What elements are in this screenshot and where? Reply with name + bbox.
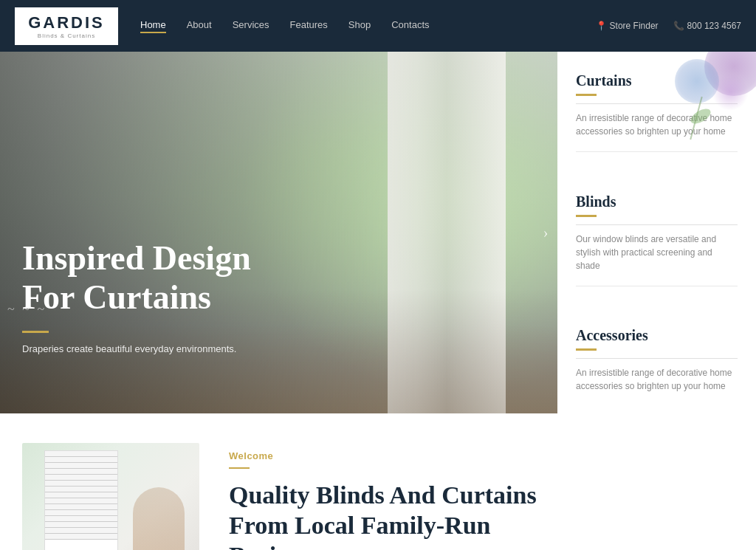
welcome-label: Welcome [229, 450, 734, 461]
hero-title: Inspired Design For Curtains [22, 239, 251, 317]
accessories-text: An irresistible range of decorative home… [576, 366, 738, 393]
phone-number[interactable]: 📞 800 123 4567 [673, 21, 741, 31]
phone-icon: 📞 [673, 21, 684, 31]
blinds-text: Our window blinds are versatile and styl… [576, 233, 738, 272]
nav-shop[interactable]: Shop [348, 19, 371, 33]
bottom-image [22, 443, 199, 550]
category-accessories: Accessories An irresistible range of dec… [576, 314, 738, 406]
accessories-title: Accessories [576, 327, 738, 344]
accessories-underline [576, 348, 597, 351]
store-finder[interactable]: 📍 Store Finder [596, 21, 659, 31]
person-silhouette [133, 487, 185, 550]
welcome-title-line1: Quality Blinds And Curtains [229, 481, 537, 509]
brand-subtitle: Blinds & Curtains [38, 32, 95, 39]
nav-home[interactable]: Home [140, 19, 166, 33]
nav-features[interactable]: Features [290, 19, 328, 33]
logo[interactable]: GARDIS Blinds & Curtains [15, 7, 118, 45]
bottom-section: Welcome Quality Blinds And Curtains From… [0, 413, 756, 550]
welcome-underline [229, 467, 250, 469]
bottom-text: Welcome Quality Blinds And Curtains From… [229, 443, 734, 550]
phone-text: 800 123 4567 [687, 21, 741, 31]
blinds-underline [576, 215, 597, 217]
curtains-divider [576, 103, 738, 104]
accessories-divider [576, 358, 738, 359]
curtains-text: An irresistible range of decorative home… [576, 111, 738, 138]
slider-next-arrow[interactable]: › [534, 221, 557, 244]
hero-content: Inspired Design For Curtains Draperies c… [22, 239, 251, 354]
nav-contacts[interactable]: Contacts [391, 19, 429, 33]
nav-right: 📍 Store Finder 📞 800 123 4567 [596, 21, 741, 31]
hero-image: ~ ~ ~ Inspired Design For Curtains Drape… [0, 52, 557, 413]
hero-subtitle: Draperies create beautiful everyday envi… [22, 343, 251, 354]
brand-name: GARDIS [28, 13, 105, 32]
navbar: GARDIS Blinds & Curtains Home About Serv… [0, 0, 756, 52]
category-blinds: Blinds Our window blinds are versatile a… [576, 180, 738, 286]
store-finder-label: Store Finder [610, 21, 659, 31]
hero-section: ~ ~ ~ Inspired Design For Curtains Drape… [0, 52, 756, 413]
hero-sidebar: Curtains An irresistible range of decora… [557, 52, 756, 413]
nav-services[interactable]: Services [233, 19, 269, 33]
welcome-title: Quality Blinds And Curtains From Local F… [229, 481, 734, 550]
nav-about[interactable]: About [187, 19, 212, 33]
welcome-title-line3: Business [229, 542, 321, 550]
nav-links: Home About Services Features Shop Contac… [140, 19, 596, 33]
blinds-title: Blinds [576, 193, 738, 210]
curtains-title: Curtains [576, 72, 738, 89]
blinds-divider [576, 224, 738, 225]
curtains-underline [576, 94, 597, 96]
welcome-title-line2: From Local Family-Run [229, 512, 490, 539]
hero-title-underline [22, 331, 49, 333]
location-icon: 📍 [596, 21, 607, 31]
category-curtains: Curtains An irresistible range of decora… [576, 59, 738, 152]
